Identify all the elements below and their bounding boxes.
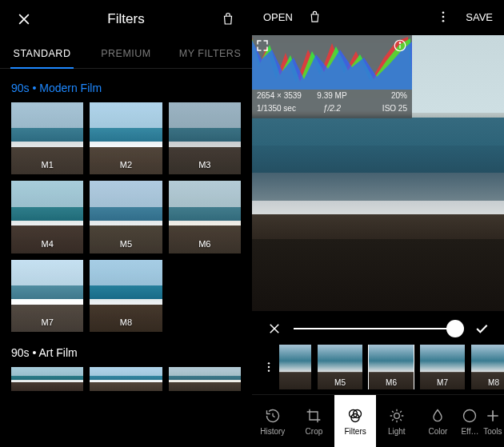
tool-label: Tools <box>483 427 502 436</box>
strip-label: M7 <box>420 378 465 387</box>
filter-label: M2 <box>90 160 162 170</box>
tool-label: Eff… <box>461 427 478 436</box>
tab-standard[interactable]: STANDARD <box>0 38 84 68</box>
filter-label: M8 <box>90 317 162 327</box>
filter-tabs: STANDARD PREMIUM MY FILTERS <box>0 38 252 69</box>
filter-label: M4 <box>11 239 83 249</box>
histogram-aperture: ƒ/2.2 <box>307 102 358 115</box>
histogram-shutter: 1/1350 sec <box>257 102 307 115</box>
intensity-slider[interactable] <box>294 328 462 329</box>
close-icon[interactable] <box>14 10 34 29</box>
filter-label: M1 <box>11 160 83 170</box>
svg-point-12 <box>394 413 399 418</box>
section-title-modern: 90s • Modern Film <box>11 82 241 94</box>
save-button[interactable]: SAVE <box>466 11 493 23</box>
page-title: Filters <box>107 11 144 27</box>
tool-label: Filters <box>344 427 366 436</box>
filters-icon <box>346 407 364 425</box>
editor-panel: OPEN SAVE 2654 × 3539 9.39 MP 20% <box>252 0 504 447</box>
tool-effects[interactable]: Eff… <box>458 395 481 447</box>
strip-track[interactable]: M5 M6 M7 M8 <box>279 345 504 389</box>
svg-point-8 <box>268 369 270 371</box>
tool-crop[interactable]: Crop <box>294 395 335 447</box>
filter-thumb[interactable] <box>90 367 162 391</box>
histogram-megapixels: 9.39 MP <box>307 90 358 102</box>
strip-label: M8 <box>471 378 504 387</box>
strip-thumb[interactable]: M8 <box>471 345 504 389</box>
svg-point-6 <box>268 362 270 364</box>
filters-header: Filters <box>0 0 252 38</box>
histogram-iso: ISO 25 <box>357 102 407 115</box>
filter-thumb[interactable]: M8 <box>90 260 162 332</box>
tool-bar: History Crop Filters Light Color Eff… To… <box>252 394 504 447</box>
histogram[interactable]: 2654 × 3539 9.39 MP 20% 1/1350 sec ƒ/2.2… <box>252 35 412 118</box>
svg-point-2 <box>442 20 445 22</box>
filter-strip: M5 M6 M7 M8 <box>252 345 504 389</box>
filter-grid-art <box>11 367 241 391</box>
filter-grid-modern: M1 M2 M3 M4 M5 M6 M7 M8 <box>11 102 241 332</box>
filter-thumb[interactable]: M5 <box>90 181 162 253</box>
histogram-stats: 2654 × 3539 9.39 MP 20% 1/1350 sec ƒ/2.2… <box>252 90 412 115</box>
tool-history[interactable]: History <box>252 395 294 447</box>
tool-label: Crop <box>306 427 323 436</box>
editor-header: OPEN SAVE <box>252 0 504 34</box>
svg-point-13 <box>464 409 476 421</box>
filter-thumb[interactable]: M6 <box>169 181 241 253</box>
strip-more-icon[interactable] <box>258 345 279 389</box>
filters-scroll[interactable]: 90s • Modern Film M1 M2 M3 M4 M5 M6 M7 M… <box>0 69 252 447</box>
history-icon <box>264 407 282 425</box>
color-icon <box>429 407 446 425</box>
histogram-dimensions: 2654 × 3539 <box>257 90 307 102</box>
info-icon[interactable] <box>393 38 407 53</box>
strip-thumb[interactable]: M5 <box>318 345 362 389</box>
svg-point-5 <box>399 42 401 44</box>
tab-my-filters[interactable]: MY FILTERS <box>168 38 252 68</box>
more-icon[interactable] <box>434 7 453 26</box>
slider-knob[interactable] <box>446 320 464 337</box>
filter-thumb[interactable] <box>169 367 241 391</box>
plus-icon <box>484 407 502 425</box>
tool-light[interactable]: Light <box>376 395 418 447</box>
confirm-icon[interactable] <box>472 319 491 338</box>
filter-thumb[interactable]: M2 <box>90 102 162 174</box>
cancel-icon[interactable] <box>265 319 284 338</box>
tool-label: Color <box>428 427 447 436</box>
strip-thumb-selected[interactable]: M6 <box>369 345 414 389</box>
crop-icon <box>305 407 322 425</box>
tool-tools[interactable]: Tools <box>482 395 504 447</box>
tool-label: History <box>260 427 285 436</box>
filters-panel: Filters STANDARD PREMIUM MY FILTERS 90s … <box>0 0 252 447</box>
svg-point-1 <box>442 16 445 18</box>
histogram-percent: 20% <box>357 90 407 102</box>
shopping-bag-icon[interactable] <box>218 10 238 29</box>
tool-label: Light <box>388 427 406 436</box>
strip-thumb[interactable]: M7 <box>420 345 465 389</box>
tool-filters[interactable]: Filters <box>334 395 376 447</box>
tab-premium[interactable]: PREMIUM <box>84 38 168 68</box>
filter-label: M5 <box>90 239 162 249</box>
filter-label: M6 <box>169 239 241 249</box>
svg-point-0 <box>442 11 445 14</box>
section-title-art: 90s • Art Film <box>11 346 241 359</box>
filter-thumb[interactable]: M7 <box>11 260 83 332</box>
svg-point-7 <box>268 366 270 368</box>
filter-thumb[interactable]: M4 <box>11 181 83 253</box>
strip-thumb[interactable] <box>279 345 311 389</box>
strip-label: M5 <box>318 378 362 387</box>
filter-label: M3 <box>169 160 241 170</box>
filter-thumb[interactable] <box>11 367 83 391</box>
effects-icon <box>461 407 478 425</box>
filter-label: M7 <box>11 317 83 327</box>
strip-label: M6 <box>369 378 414 387</box>
expand-icon[interactable] <box>255 38 270 53</box>
filter-thumb[interactable]: M1 <box>11 102 83 174</box>
intensity-slider-row <box>252 313 504 345</box>
filter-thumb[interactable]: M3 <box>169 102 241 174</box>
tool-color[interactable]: Color <box>418 395 459 447</box>
shopping-bag-icon[interactable] <box>306 7 325 26</box>
light-icon <box>388 407 406 425</box>
